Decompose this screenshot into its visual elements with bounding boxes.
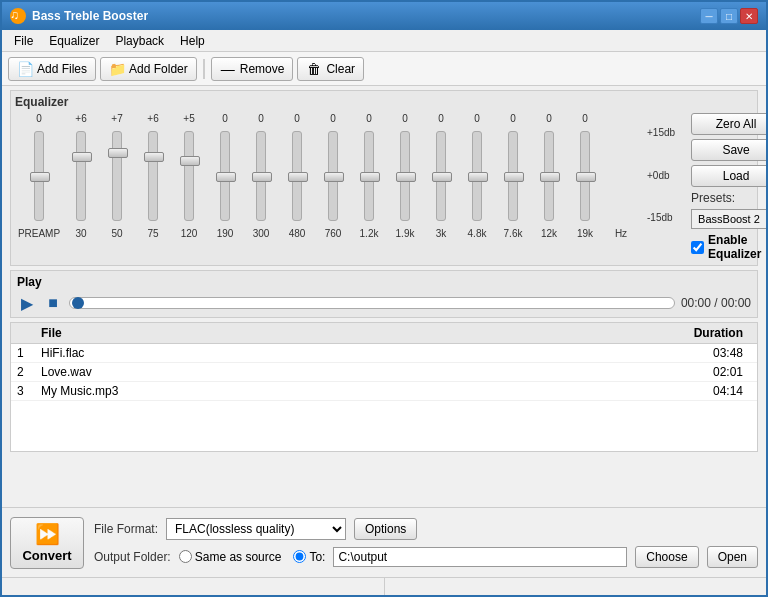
eq-value-14: 0 — [531, 113, 567, 124]
eq-freq-11: 3k — [423, 228, 459, 239]
toolbar: 📄 Add Files 📁 Add Folder — Remove 🗑 Clea… — [2, 52, 766, 86]
eq-slider-col-2 — [99, 126, 135, 226]
status-right — [385, 578, 763, 595]
output-path-input[interactable] — [333, 547, 627, 567]
minimize-button[interactable]: ─ — [700, 8, 718, 24]
add-folder-button[interactable]: 📁 Add Folder — [100, 57, 197, 81]
eq-freq-1: 30 — [63, 228, 99, 239]
file-name: HiFi.flac — [41, 346, 671, 360]
menu-playback[interactable]: Playback — [107, 32, 172, 50]
slider-track-5[interactable] — [220, 131, 230, 221]
eq-slider-col-8 — [315, 126, 351, 226]
eq-value-7: 0 — [279, 113, 315, 124]
clear-icon: 🗑 — [306, 61, 322, 77]
window-title: Bass Treble Booster — [32, 9, 148, 23]
slider-track-10[interactable] — [400, 131, 410, 221]
db-high-label: +15db — [647, 127, 675, 138]
file-num: 1 — [17, 346, 41, 360]
options-button[interactable]: Options — [354, 518, 417, 540]
eq-freq-12: 4.8k — [459, 228, 495, 239]
slider-track-12[interactable] — [472, 131, 482, 221]
convert-icon: ⏩ — [35, 522, 60, 546]
equalizer-inner: 0+6+7+6+500000000000 PREAMP3050751201903… — [15, 113, 753, 261]
file-name: Love.wav — [41, 365, 671, 379]
slider-track-15[interactable] — [580, 131, 590, 221]
file-duration: 03:48 — [671, 346, 751, 360]
enable-eq-label[interactable]: Enable Equalizer — [691, 233, 768, 261]
clear-label: Clear — [326, 62, 355, 76]
play-button[interactable]: ▶ — [17, 293, 37, 313]
eq-freq-10: 1.9k — [387, 228, 423, 239]
slider-thumb-4 — [180, 156, 200, 166]
presets-select[interactable]: BassBoost 2BassBoost 1ClassicalJazzPopRo… — [691, 209, 768, 229]
same-as-source-radio[interactable] — [179, 550, 192, 563]
eq-freq-6: 300 — [243, 228, 279, 239]
format-row: File Format: FLAC(lossless quality)MP3WA… — [94, 518, 758, 540]
clear-button[interactable]: 🗑 Clear — [297, 57, 364, 81]
file-duration: 02:01 — [671, 365, 751, 379]
to-path-option[interactable]: To: — [293, 550, 325, 564]
open-button[interactable]: Open — [707, 546, 758, 568]
menu-equalizer[interactable]: Equalizer — [41, 32, 107, 50]
presets-label: Presets: — [691, 191, 768, 205]
eq-slider-col-11 — [423, 126, 459, 226]
eq-freq-8: 760 — [315, 228, 351, 239]
eq-value-12: 0 — [459, 113, 495, 124]
progress-bar[interactable] — [69, 297, 675, 309]
remove-button[interactable]: — Remove — [211, 57, 294, 81]
slider-track-13[interactable] — [508, 131, 518, 221]
zero-all-button[interactable]: Zero All — [691, 113, 768, 135]
choose-button[interactable]: Choose — [635, 546, 698, 568]
eq-freq-15: 19k — [567, 228, 603, 239]
play-time: 00:00 / 00:00 — [681, 296, 751, 310]
to-path-radio[interactable] — [293, 550, 306, 563]
maximize-button[interactable]: □ — [720, 8, 738, 24]
eq-slider-col-13 — [495, 126, 531, 226]
convert-button[interactable]: ⏩ Convert — [10, 517, 84, 569]
format-select[interactable]: FLAC(lossless quality)MP3WAVAACOGG — [166, 518, 346, 540]
col-num-header — [17, 326, 41, 340]
menu-file[interactable]: File — [6, 32, 41, 50]
eq-slider-col-0 — [15, 126, 63, 226]
eq-freq-7: 480 — [279, 228, 315, 239]
table-row[interactable]: 1 HiFi.flac 03:48 — [11, 344, 757, 363]
output-row: Output Folder: Same as source To: Choose… — [94, 546, 758, 568]
slider-thumb-11 — [432, 172, 452, 182]
slider-track-4[interactable] — [184, 131, 194, 221]
save-button[interactable]: Save — [691, 139, 768, 161]
menu-help[interactable]: Help — [172, 32, 213, 50]
slider-track-0[interactable] — [34, 131, 44, 221]
file-name: My Music.mp3 — [41, 384, 671, 398]
add-files-label: Add Files — [37, 62, 87, 76]
play-controls: ▶ ■ 00:00 / 00:00 — [17, 293, 751, 313]
close-button[interactable]: ✕ — [740, 8, 758, 24]
slider-track-3[interactable] — [148, 131, 158, 221]
slider-track-1[interactable] — [76, 131, 86, 221]
slider-track-7[interactable] — [292, 131, 302, 221]
slider-thumb-12 — [468, 172, 488, 182]
slider-track-8[interactable] — [328, 131, 338, 221]
same-as-source-option[interactable]: Same as source — [179, 550, 282, 564]
slider-thumb-8 — [324, 172, 344, 182]
add-files-icon: 📄 — [17, 61, 33, 77]
table-row[interactable]: 3 My Music.mp3 04:14 — [11, 382, 757, 401]
enable-eq-checkbox[interactable] — [691, 241, 704, 254]
eq-value-10: 0 — [387, 113, 423, 124]
slider-track-9[interactable] — [364, 131, 374, 221]
file-list-body: 1 HiFi.flac 03:48 2 Love.wav 02:01 3 My … — [11, 344, 757, 401]
stop-button[interactable]: ■ — [43, 293, 63, 313]
slider-track-2[interactable] — [112, 131, 122, 221]
add-files-button[interactable]: 📄 Add Files — [8, 57, 96, 81]
eq-freq-13: 7.6k — [495, 228, 531, 239]
slider-track-14[interactable] — [544, 131, 554, 221]
enable-eq-text: Enable Equalizer — [708, 233, 768, 261]
eq-freq-3: 75 — [135, 228, 171, 239]
slider-track-11[interactable] — [436, 131, 446, 221]
slider-thumb-3 — [144, 152, 164, 162]
table-row[interactable]: 2 Love.wav 02:01 — [11, 363, 757, 382]
load-button[interactable]: Load — [691, 165, 768, 187]
title-bar-left: ♫ Bass Treble Booster — [10, 8, 148, 24]
eq-slider-col-5 — [207, 126, 243, 226]
slider-track-6[interactable] — [256, 131, 266, 221]
slider-thumb-2 — [108, 148, 128, 158]
